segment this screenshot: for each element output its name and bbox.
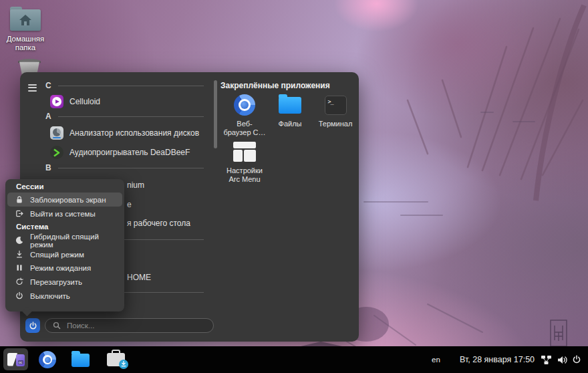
hamburger-menu-button[interactable] [23, 81, 42, 97]
search-field[interactable] [45, 318, 214, 333]
home-glyph-icon [19, 14, 32, 26]
app-label: Celluloid [69, 97, 100, 106]
menu-item-standby[interactable]: Режим ожидания [7, 261, 122, 275]
menu-item-label: Режим ожидания [30, 264, 91, 272]
pinned-app-label-line1: Настройки [222, 166, 267, 175]
power-icon [15, 291, 24, 300]
desktop-icon-home-folder[interactable]: Домашняя папка [0, 7, 51, 52]
chromium-icon [39, 351, 56, 368]
app-label: Анализатор использования дисков [69, 128, 199, 138]
files-folder-icon [279, 97, 301, 114]
menu-item-label: Гибридный спящий режим [30, 233, 122, 249]
app-list-item-deadbeef[interactable]: Аудиопроигрыватель DeaDBeeF [45, 144, 190, 160]
pinned-app-label-line2: браузер C… [222, 128, 267, 137]
menu-item-lock-screen[interactable]: Заблокировать экран [7, 193, 122, 207]
taskbar-clock[interactable]: Вт, 28 января 17:50 [460, 346, 535, 373]
power-tray-icon[interactable] [571, 354, 582, 365]
chromium-icon [234, 94, 255, 116]
software-bag-icon [107, 353, 125, 366]
section-divider [58, 116, 204, 117]
search-input[interactable] [65, 321, 208, 330]
session-power-button[interactable] [25, 318, 40, 333]
pinned-apps-title: Закреплённые приложения [220, 81, 330, 90]
popup-header-sessions: Сессии [16, 181, 43, 192]
menu-item-logout[interactable]: Выйти из системы [7, 207, 122, 221]
taskbar-software-center-button[interactable] [107, 352, 125, 366]
app-list-item-clipped-4[interactable]: HOME [127, 270, 151, 285]
terminal-icon: >_ [325, 96, 347, 115]
files-folder-icon [71, 354, 90, 367]
disk-analyzer-icon [50, 126, 63, 140]
taskbar-app-menu-button[interactable]: ос [3, 348, 28, 370]
moon-icon [15, 236, 24, 245]
taskbar: ос en Вт, 28 января 17:50 [0, 346, 588, 373]
menu-item-hybrid-sleep[interactable]: Гибридный спящий режим [7, 233, 122, 247]
pinned-app-label-line1: Веб- [222, 120, 267, 128]
taskbar-files-button[interactable] [71, 353, 90, 367]
popup-header-system: Система [16, 221, 48, 232]
session-popup-menu: Сессии Заблокировать экран Выйти из сист… [5, 179, 124, 312]
menu-item-label: Заблокировать экран [30, 196, 106, 204]
pinned-app-files[interactable]: Файлы [267, 92, 313, 128]
suspend-arrow-icon [15, 250, 24, 259]
search-icon [53, 322, 61, 330]
lock-icon [15, 195, 24, 204]
app-list-letter-a: A [45, 111, 51, 122]
app-list-letter-b: B [45, 162, 51, 173]
app-list-item-disk-analyzer[interactable]: Анализатор использования дисков [45, 125, 199, 141]
celluloid-icon [50, 95, 63, 108]
app-list-item-celluloid[interactable]: Celluloid [45, 94, 100, 110]
section-divider [58, 86, 204, 86]
home-folder-label-line1: Домашняя [0, 35, 51, 43]
menu-item-label: Выключить [30, 292, 70, 300]
network-tray-icon[interactable] [540, 354, 552, 365]
logout-icon [15, 209, 24, 218]
menu-item-restart[interactable]: Перезагрузить [7, 275, 122, 289]
restart-icon [15, 277, 24, 286]
power-icon [29, 322, 37, 330]
app-list-item-clipped-1[interactable]: nium [127, 178, 144, 193]
desktop-wallpaper: Домашняя папка C Celluloid A Анализатор … [0, 0, 588, 373]
section-divider [58, 168, 204, 168]
home-folder-label-line2: папка [0, 43, 51, 52]
app-list-letter-c: C [45, 80, 51, 91]
arc-menu-settings-icon [233, 142, 256, 162]
pinned-app-terminal[interactable]: >_ Терминал [313, 92, 358, 128]
pause-icon [15, 263, 24, 272]
app-list-item-clipped-2[interactable]: e [127, 197, 132, 212]
pinned-apps-scrollbar[interactable] [214, 80, 217, 148]
pinned-app-label-line2: Arc Menu [222, 175, 267, 184]
os-logo-text: ос [18, 360, 23, 364]
updates-badge-icon [119, 360, 128, 369]
menu-item-sleep[interactable]: Спящий режим [7, 247, 122, 261]
taskbar-chromium-button[interactable] [39, 351, 56, 368]
app-list-item-clipped-3[interactable]: я рабочего стола [127, 216, 190, 231]
deadbeef-icon [50, 146, 63, 159]
menu-item-shutdown[interactable]: Выключить [7, 289, 122, 303]
menu-item-label: Перезагрузить [30, 278, 82, 286]
artist-stamp [551, 320, 567, 346]
keyboard-layout-indicator[interactable]: en [432, 346, 440, 373]
pinned-app-label: Терминал [313, 120, 358, 128]
menu-item-label: Выйти из системы [30, 210, 96, 218]
pinned-app-web-browser[interactable]: Веб- браузер C… [222, 92, 267, 136]
volume-tray-icon[interactable] [557, 354, 568, 365]
app-label: Аудиопроигрыватель DeaDBeeF [69, 148, 190, 157]
menu-item-label: Спящий режим [30, 251, 84, 259]
pinned-app-arcmenu-settings[interactable]: Настройки Arc Menu [222, 139, 267, 183]
pinned-app-label: Файлы [267, 120, 313, 128]
os-logo-icon: ос [7, 353, 25, 366]
home-folder-icon [10, 7, 41, 31]
